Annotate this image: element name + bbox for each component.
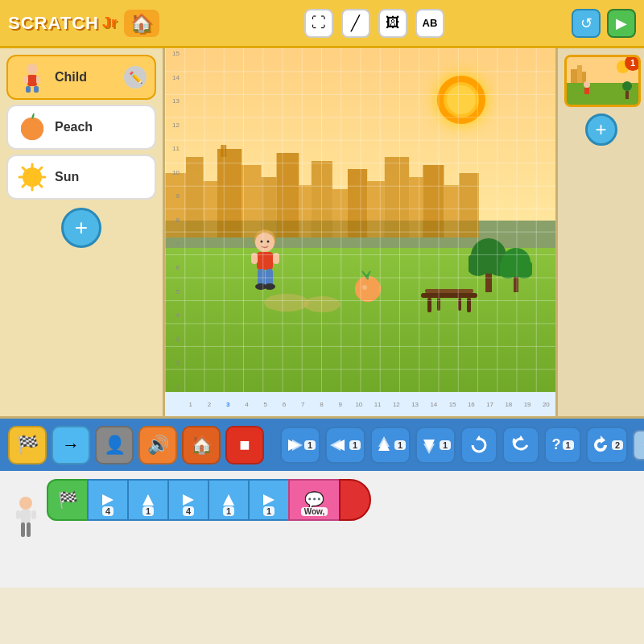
sprite-thumb-peach <box>16 111 48 143</box>
svg-rect-1 <box>27 75 37 86</box>
script-block-flag[interactable]: 🏁 <box>47 479 89 521</box>
svg-rect-5 <box>36 76 40 84</box>
svg-rect-4 <box>24 76 28 84</box>
motion-block-turn-left[interactable] <box>502 427 539 464</box>
logo-jr-text: Jr <box>102 14 118 31</box>
svg-rect-26 <box>312 161 332 237</box>
line-icon: ╱ <box>351 14 360 32</box>
scene-thumbnail-1[interactable]: 1 <box>564 55 641 107</box>
sound-icon: 🔊 <box>147 435 169 456</box>
add-sprite-button[interactable]: + <box>61 208 101 248</box>
paint-icon-child[interactable]: ✏️ <box>124 66 147 89</box>
fit-icon: ⛶ <box>312 14 326 31</box>
svg-rect-32 <box>423 165 444 237</box>
svg-point-54 <box>255 233 275 252</box>
ab-button[interactable]: AB <box>415 9 444 38</box>
svg-rect-69 <box>571 69 577 83</box>
svg-rect-3 <box>34 86 39 93</box>
sprite-item-child[interactable]: Child ✏️ <box>6 55 156 100</box>
svg-rect-47 <box>427 298 431 312</box>
undo-redo-group: ↺ ↻ <box>633 430 644 460</box>
y-axis: 15 14 13 12 11 10 9 8 7 6 5 4 3 2 1 <box>165 48 181 392</box>
svg-rect-33 <box>444 185 459 237</box>
svg-rect-71 <box>582 72 586 83</box>
bench <box>421 285 477 316</box>
motion-num-return: 2 <box>612 440 623 450</box>
palette-block-sound[interactable]: 🔊 <box>138 426 177 464</box>
svg-line-13 <box>23 167 25 170</box>
motion-block-random[interactable]: ? 1 <box>544 427 581 464</box>
motion-block-left[interactable]: 1 <box>325 427 365 464</box>
svg-point-75 <box>584 81 590 88</box>
motion-num-left: 1 <box>349 440 361 450</box>
script-say-text: Wow, <box>301 507 328 516</box>
y-label-5: 5 <box>165 288 181 295</box>
svg-rect-90 <box>27 522 31 537</box>
motion-block-right[interactable]: 1 <box>280 427 320 464</box>
svg-rect-27 <box>332 189 348 237</box>
looks-icon: 👤 <box>104 435 126 456</box>
palette-block-motion[interactable]: → <box>52 426 90 464</box>
play-icon: ▶ <box>616 14 627 32</box>
svg-point-61 <box>264 283 275 290</box>
home-button[interactable]: 🏠 <box>124 10 159 37</box>
image-button[interactable]: 🖼 <box>378 9 407 38</box>
palette-block-looks[interactable]: 👤 <box>95 426 134 464</box>
motion-block-down[interactable]: 1 <box>415 427 456 464</box>
undo-button[interactable]: ↺ <box>572 9 601 38</box>
svg-rect-29 <box>367 181 385 237</box>
script-block-move-right-1[interactable]: 4 <box>87 479 129 521</box>
motion-block-up[interactable]: 1 <box>370 427 411 464</box>
svg-point-73 <box>622 81 632 91</box>
sprite-item-sun[interactable]: Sun <box>6 155 156 200</box>
y-label-2: 2 <box>165 359 181 366</box>
svg-point-7 <box>21 118 43 140</box>
svg-rect-22 <box>242 165 261 237</box>
script-block-move-up-1[interactable]: 1 <box>127 479 169 521</box>
control-icon: 🏠 <box>191 435 213 456</box>
script-num-1: 4 <box>102 506 114 516</box>
script-block-move-right-2[interactable]: 4 <box>167 479 209 521</box>
sprite-item-peach[interactable]: Peach <box>6 105 156 150</box>
motion-block-return[interactable]: 2 <box>586 427 628 464</box>
sprite-label-sun: Sun <box>55 170 147 184</box>
y-label-11: 11 <box>165 145 181 152</box>
script-num-2: 1 <box>142 506 154 516</box>
line-button[interactable]: ╱ <box>341 9 370 38</box>
svg-rect-55 <box>257 252 273 270</box>
svg-marker-78 <box>292 440 303 451</box>
script-block-move-up-2[interactable]: 1 <box>208 479 250 521</box>
palette-block-control[interactable]: 🏠 <box>182 426 221 464</box>
svg-rect-21 <box>221 145 226 157</box>
y-label-1: 1 <box>165 383 181 390</box>
svg-marker-84 <box>423 444 435 454</box>
y-label-13: 13 <box>165 97 181 105</box>
svg-point-65 <box>355 276 381 302</box>
script-block-end[interactable] <box>339 479 371 521</box>
script-block-move-right-3[interactable]: 1 <box>248 479 290 521</box>
home-icon: 🏠 <box>130 13 153 33</box>
motion-num-down: 1 <box>440 440 451 450</box>
fit-button[interactable]: ⛶ <box>304 9 333 38</box>
svg-rect-31 <box>409 177 423 237</box>
y-label-10: 10 <box>165 169 181 176</box>
motion-block-turn-right[interactable] <box>460 427 497 464</box>
palette-block-end[interactable]: ■ <box>225 426 264 464</box>
play-button[interactable]: ▶ <box>607 9 636 38</box>
svg-point-52 <box>303 296 341 312</box>
palette-block-trigger[interactable]: 🏁 <box>8 426 47 464</box>
svg-rect-56 <box>251 253 258 264</box>
tree-2 <box>500 240 532 295</box>
svg-rect-76 <box>584 88 589 94</box>
sprite-label-child: Child <box>55 70 118 85</box>
svg-line-16 <box>23 184 25 187</box>
script-block-say[interactable]: 💬 Wow, <box>288 479 341 521</box>
svg-rect-74 <box>625 91 629 99</box>
motion-num-up: 1 <box>394 440 406 450</box>
logo-scratch-text: SCRATCH <box>8 13 99 34</box>
app-logo: SCRATCH Jr 🏠 <box>8 10 159 37</box>
add-scene-button[interactable]: + <box>585 114 617 146</box>
peach-in-scene[interactable] <box>353 270 383 310</box>
undo-main-button[interactable]: ↺ <box>633 430 644 460</box>
y-label-9: 9 <box>165 192 181 200</box>
